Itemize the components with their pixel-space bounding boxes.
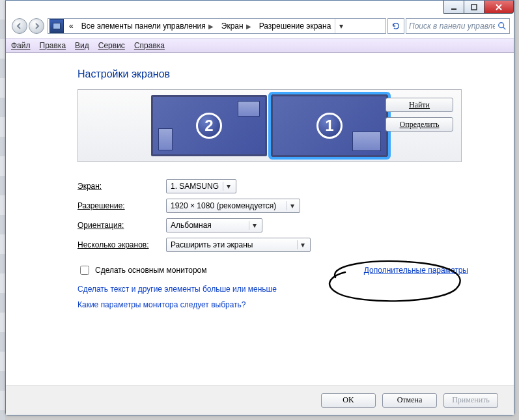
find-button[interactable]: Найти <box>386 98 453 112</box>
maximize-button[interactable] <box>464 1 484 14</box>
chevron-down-icon: ▾ <box>287 201 297 210</box>
search-icon <box>498 21 507 31</box>
menu-file[interactable]: Файл <box>11 41 31 50</box>
svg-rect-1 <box>471 5 477 10</box>
menu-service[interactable]: Сервис <box>98 41 125 50</box>
resolution-combo[interactable]: 1920 × 1080 (рекомендуется) ▾ <box>166 199 300 213</box>
menu-view[interactable]: Вид <box>75 41 89 50</box>
display-label: Экран: <box>77 182 166 191</box>
cancel-button[interactable]: Отмена <box>382 393 437 408</box>
close-button[interactable] <box>484 1 514 14</box>
content-area: Настройки экранов 2 1 Найти Определить Э… <box>6 53 514 415</box>
monitor-number: 1 <box>316 113 343 139</box>
menu-edit[interactable]: Правка <box>40 41 66 50</box>
breadcrumb-item-resolution[interactable]: Разрешение экрана <box>255 19 335 33</box>
breadcrumb-back-sep[interactable]: « <box>65 19 77 33</box>
help-links: Сделать текст и другие элементы больше и… <box>77 285 501 309</box>
breadcrumb-dropdown[interactable]: ▾ <box>335 19 346 33</box>
row-primary-checkbox: Сделать основным монитором Дополнительны… <box>77 264 468 277</box>
monitor-2[interactable]: 2 <box>151 95 267 156</box>
combo-value: 1. SAMSUNG <box>171 182 219 191</box>
row-multiple-displays: Несколько экранов: Расширить эти экраны … <box>77 235 501 255</box>
dialog-button-bar: OK Отмена Применить <box>6 385 514 415</box>
monitor-decoration-icon <box>158 128 173 150</box>
menu-bar: Файл Правка Вид Сервис Справка <box>6 38 514 53</box>
ok-button[interactable]: OK <box>321 393 376 408</box>
make-primary-label: Сделать основным монитором <box>95 266 207 275</box>
display-combo[interactable]: 1. SAMSUNG ▾ <box>166 179 236 193</box>
multi-combo[interactable]: Расширить эти экраны ▾ <box>166 238 311 252</box>
breadcrumb-label: Все элементы панели управления <box>81 21 206 31</box>
minimize-button[interactable] <box>443 1 464 14</box>
row-orientation: Ориентация: Альбомная ▾ <box>77 216 501 235</box>
apply-button[interactable]: Применить <box>443 393 498 408</box>
identify-button[interactable]: Определить <box>386 117 453 132</box>
breadcrumb-label: Экран <box>221 21 244 31</box>
preview-side-buttons: Найти Определить <box>386 98 453 132</box>
nav-arrows <box>10 17 46 35</box>
chevron-right-icon: ▶ <box>208 23 214 30</box>
search-placeholder: Поиск в панели управления <box>409 21 495 31</box>
address-bar-row: « Все элементы панели управления ▶ Экран… <box>10 18 510 35</box>
nav-back-button[interactable] <box>12 18 27 34</box>
nav-forward-button[interactable] <box>29 18 44 34</box>
breadcrumb-item-display[interactable]: Экран ▶ <box>217 19 255 33</box>
orientation-combo[interactable]: Альбомная ▾ <box>166 218 262 232</box>
display-preview-panel: 2 1 Найти Определить <box>77 89 462 162</box>
chevron-down-icon: ▾ <box>297 240 307 249</box>
text-size-link[interactable]: Сделать текст и другие элементы больше и… <box>77 285 501 294</box>
combo-value: 1920 × 1080 (рекомендуется) <box>171 201 276 210</box>
monitor-params-link[interactable]: Какие параметры монитора следует выбрать… <box>77 300 501 309</box>
control-panel-icon <box>49 19 64 33</box>
page-title: Настройки экранов <box>77 68 501 80</box>
menu-help[interactable]: Справка <box>134 41 165 50</box>
control-panel-window: « Все элементы панели управления ▶ Экран… <box>5 0 514 415</box>
refresh-button[interactable] <box>387 18 404 34</box>
breadcrumb[interactable]: « Все элементы панели управления ▶ Экран… <box>48 18 386 34</box>
monitor-1[interactable]: 1 <box>271 94 388 157</box>
make-primary-checkbox[interactable] <box>80 266 89 275</box>
row-display: Экран: 1. SAMSUNG ▾ <box>77 176 501 196</box>
chevron-right-icon: ▶ <box>246 23 251 30</box>
advanced-settings-link[interactable]: Дополнительные параметры <box>364 266 468 275</box>
multi-label: Несколько экранов: <box>77 240 166 249</box>
breadcrumb-label: Разрешение экрана <box>259 21 331 31</box>
chevron-down-icon: ▾ <box>249 221 259 230</box>
monitor-decoration-icon <box>238 101 260 117</box>
breadcrumb-item-all[interactable]: Все элементы панели управления ▶ <box>77 19 217 33</box>
chevron-down-icon: ▾ <box>223 182 233 191</box>
monitor-number: 2 <box>196 113 222 139</box>
orientation-label: Ориентация: <box>77 221 166 230</box>
combo-value: Альбомная <box>171 221 212 230</box>
svg-line-5 <box>503 27 506 30</box>
left-artifact-stripe <box>0 0 5 420</box>
search-input[interactable]: Поиск в панели управления <box>406 18 510 34</box>
row-resolution: Разрешение: 1920 × 1080 (рекомендуется) … <box>77 196 501 216</box>
resolution-label: Разрешение: <box>77 201 166 210</box>
monitor-decoration-icon <box>352 132 381 151</box>
combo-value: Расширить эти экраны <box>171 240 253 249</box>
svg-point-4 <box>499 23 504 28</box>
window-controls <box>444 1 514 14</box>
